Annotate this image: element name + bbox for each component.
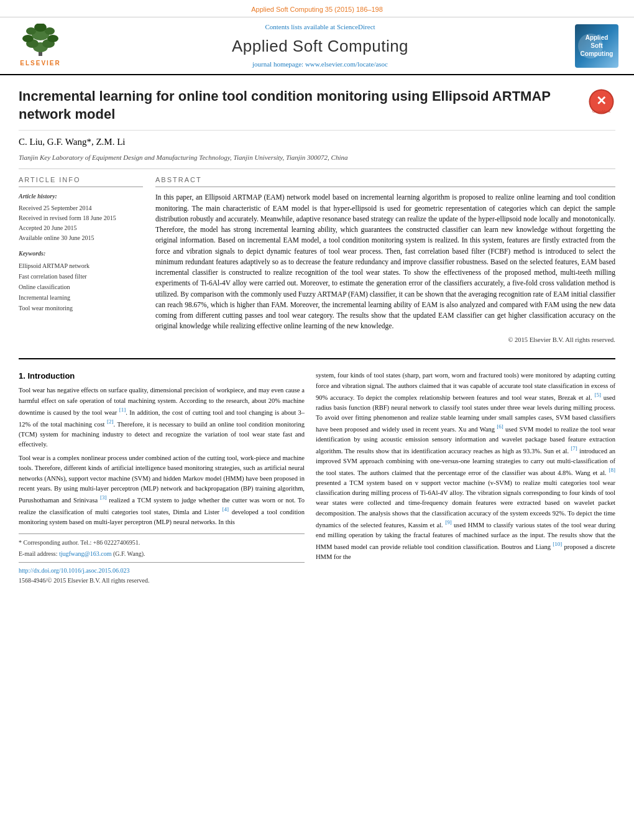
available-date: Available online 30 June 2015 [19, 233, 143, 243]
intro-paragraph-2: Tool wear is a complex nonlinear process… [19, 453, 305, 527]
ref-3[interactable]: [3] [100, 494, 107, 501]
journal-reference-header: Applied Soft Computing 35 (2015) 186–198 [0, 0, 634, 17]
journal-citation: Applied Soft Computing 35 (2015) 186–198 [251, 6, 383, 13]
email-label: E-mail address: [19, 550, 57, 557]
keyword-3: Online classification [19, 282, 143, 292]
section-divider [19, 358, 615, 359]
journal-logo-box: Applied Soft Computing [575, 24, 618, 68]
keywords-list: Ellipsoid ARTMAP network Fast correlatio… [19, 261, 143, 313]
email-link[interactable]: tjugfwang@163.com [59, 550, 111, 557]
ref-2[interactable]: [2] [107, 418, 114, 425]
article-dates: Received 25 September 2014 Received in r… [19, 203, 143, 243]
ref-10[interactable]: [10] [553, 541, 562, 547]
elsevier-tree-icon [19, 24, 62, 58]
footnote-star-line: * Corresponding author. Tel.: +86 022274… [19, 538, 305, 547]
svg-text:CrossMark: CrossMark [592, 109, 611, 113]
keyword-4: Incremental learning [19, 292, 143, 303]
email-who: (G.F. Wang). [113, 550, 145, 557]
journal-logo-right: Applied Soft Computing [572, 24, 622, 68]
ref-7[interactable]: [7] [571, 445, 577, 451]
keyword-5: Tool wear monitoring [19, 303, 143, 313]
article-content: Incremental learning for online tool con… [0, 75, 634, 585]
body-left-column: 1. Introduction Tool wear has negative e… [19, 371, 305, 585]
abstract-heading: ABSTRACT [155, 175, 615, 187]
ref-5[interactable]: [5] [594, 392, 601, 398]
ref-1[interactable]: [1] [119, 407, 126, 413]
accepted-date: Accepted 20 June 2015 [19, 223, 143, 233]
keyword-2: Fast correlation based filter [19, 271, 143, 282]
revised-date: Received in revised form 18 June 2015 [19, 213, 143, 223]
elsevier-logo: ELSEVIER [12, 24, 68, 68]
author-affiliation: Tianjin Key Laboratory of Equipment Desi… [19, 151, 615, 168]
journal-title-area: Contents lists available at ScienceDirec… [81, 22, 559, 69]
keyword-1: Ellipsoid ARTMAP network [19, 261, 143, 271]
body-content: 1. Introduction Tool wear has negative e… [19, 364, 615, 585]
article-footer: * Corresponding author. Tel.: +86 022274… [19, 533, 305, 585]
article-title: Incremental learning for online tool con… [19, 88, 587, 123]
copyright-line: © 2015 Elsevier B.V. All rights reserved… [155, 332, 615, 348]
ref-8[interactable]: [8] [609, 467, 616, 473]
issn-line: 1568-4946/© 2015 Elsevier B.V. All right… [19, 576, 305, 585]
email-footnote: E-mail address: tjugfwang@163.com (G.F. … [19, 549, 305, 558]
abstract-text: In this paper, an Ellipsoid ARTMAP (EAM)… [155, 192, 615, 331]
article-info-abstract-section: ARTICLE INFO Article history: Received 2… [19, 168, 615, 353]
article-info-heading: ARTICLE INFO [19, 175, 143, 187]
ref-4[interactable]: [4] [223, 506, 229, 512]
keywords-label: Keywords: [19, 249, 143, 258]
crossmark-icon: ✕ CrossMark [587, 88, 615, 116]
elsevier-brand-text: ELSEVIER [20, 59, 60, 68]
author-names: C. Liu, G.F. Wang*, Z.M. Li [19, 137, 125, 147]
article-history-label: Article history: [19, 192, 143, 201]
crossmark-logo: ✕ CrossMark [587, 88, 615, 119]
journal-name-display: Applied Soft Computing [81, 35, 559, 57]
homepage-url[interactable]: www.elsevier.com/locate/asoc [305, 60, 388, 68]
abstract-column: ABSTRACT In this paper, an Ellipsoid ART… [155, 175, 615, 347]
body-right-column: system, four kinds of tool states (sharp… [316, 371, 615, 585]
ref-6[interactable]: [6] [497, 423, 503, 430]
authors-line: C. Liu, G.F. Wang*, Z.M. Li [19, 131, 615, 151]
doi-link[interactable]: http://dx.doi.org/10.1016/j.asoc.2015.06… [19, 566, 305, 575]
article-info-column: ARTICLE INFO Article history: Received 2… [19, 175, 143, 347]
received-date: Received 25 September 2014 [19, 203, 143, 213]
intro-paragraph-right-1: system, four kinds of tool states (sharp… [316, 371, 615, 562]
journal-header: ELSEVIER Contents lists available at Sci… [0, 17, 634, 75]
sciencedirect-link[interactable]: ScienceDirect [337, 23, 375, 30]
intro-paragraph-1: Tool wear has negative effects on surfac… [19, 385, 305, 450]
intro-section-title: 1. Introduction [19, 371, 305, 382]
homepage-line: journal homepage: www.elsevier.com/locat… [81, 60, 559, 69]
svg-text:✕: ✕ [596, 94, 607, 108]
ref-9[interactable]: [9] [445, 519, 452, 525]
logo-text: Applied Soft Computing [581, 34, 613, 58]
article-title-section: Incremental learning for online tool con… [19, 75, 615, 130]
contents-available-line: Contents lists available at ScienceDirec… [81, 22, 559, 32]
